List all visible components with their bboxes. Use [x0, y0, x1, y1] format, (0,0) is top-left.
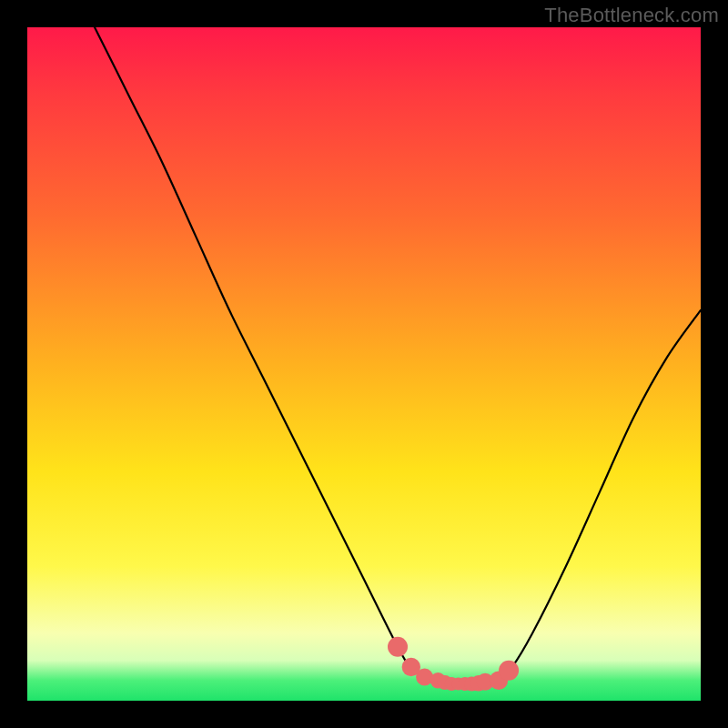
highlight-dot — [388, 637, 408, 657]
watermark-text: TheBottleneck.com — [544, 4, 719, 27]
main-curve — [95, 27, 701, 684]
plot-area — [27, 27, 701, 701]
highlight-dot — [499, 661, 519, 681]
curve-svg — [27, 27, 701, 701]
chart-frame: TheBottleneck.com — [0, 0, 728, 728]
highlight-dots-group — [388, 637, 519, 692]
